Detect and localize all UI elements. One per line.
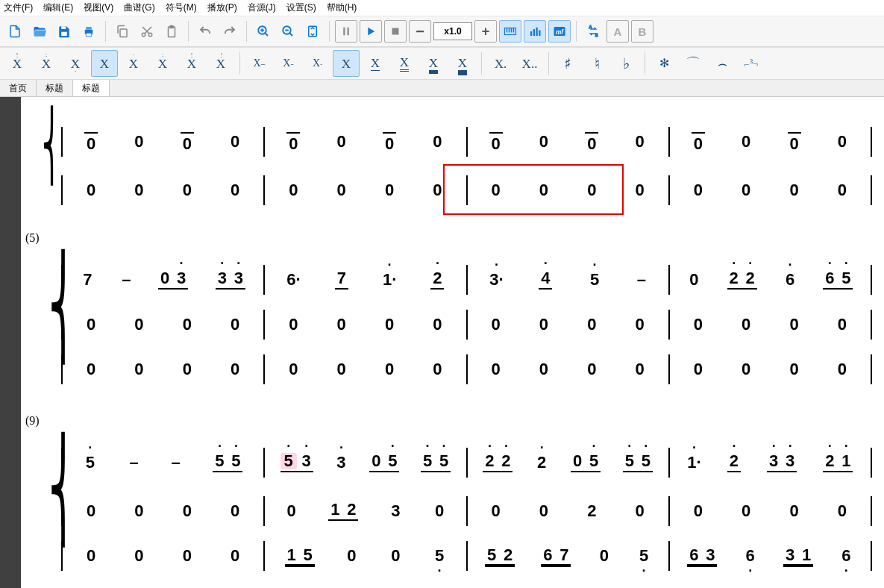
- beat-5[interactable]: X: [362, 50, 389, 77]
- beat-7[interactable]: X: [420, 50, 447, 77]
- zoom-out-button[interactable]: [277, 20, 299, 43]
- open-file-button[interactable]: [28, 20, 51, 43]
- fit-page-button[interactable]: [301, 20, 324, 43]
- note-dur-6[interactable]: :X: [149, 50, 176, 77]
- beat-8[interactable]: X: [449, 50, 476, 77]
- svg-rect-3: [86, 27, 92, 30]
- menu-play[interactable]: 播放(P): [207, 1, 237, 14]
- pause-button[interactable]: [335, 20, 357, 43]
- beat-2[interactable]: X--: [275, 50, 301, 77]
- tempo-down-button[interactable]: −: [409, 20, 431, 43]
- menu-view[interactable]: 视图(V): [84, 1, 113, 14]
- cut-button[interactable]: [136, 20, 158, 43]
- note-dur-4[interactable]: X: [91, 50, 118, 77]
- ornament-button[interactable]: ✻: [651, 50, 677, 77]
- natural-button[interactable]: ♮: [583, 50, 610, 77]
- menu-file[interactable]: 文件(F): [4, 1, 33, 14]
- main-toolbar: − x1.0 + mf AB A B: [0, 16, 884, 47]
- tempo-up-button[interactable]: +: [474, 20, 497, 43]
- tab-title-1[interactable]: 标题: [37, 80, 73, 96]
- cursor-note[interactable]: ·5: [280, 453, 297, 469]
- tab-home[interactable]: 首页: [0, 80, 37, 96]
- zoom-in-button[interactable]: [252, 20, 275, 43]
- paste-button[interactable]: [160, 20, 183, 43]
- ab-swap-button[interactable]: AB: [582, 20, 604, 43]
- menu-audio[interactable]: 音源(J): [248, 1, 276, 14]
- mf-panel-button[interactable]: mf: [548, 20, 571, 43]
- left-gutter: [0, 97, 21, 588]
- menu-bar: 文件(F) 编辑(E) 视图(V) 曲谱(G) 符号(M) 播放(P) 音源(J…: [0, 0, 884, 16]
- measure-number-9: (9): [25, 414, 40, 428]
- note-dur-5[interactable]: ·X: [120, 50, 147, 77]
- svg-rect-14: [348, 28, 349, 36]
- note-dur-2[interactable]: X:: [33, 50, 60, 77]
- svg-rect-15: [392, 28, 399, 35]
- beat-6[interactable]: X: [391, 50, 418, 77]
- tempo-display[interactable]: x1.0: [433, 22, 472, 40]
- svg-rect-20: [539, 31, 540, 37]
- mixer-panel-button[interactable]: [524, 20, 546, 43]
- beat-1[interactable]: X---: [245, 50, 272, 77]
- flat-button[interactable]: ♭: [612, 50, 639, 77]
- dotted-1[interactable]: X.: [487, 50, 514, 77]
- marker-b-button[interactable]: B: [631, 20, 653, 43]
- svg-text:A: A: [589, 25, 592, 29]
- beat-4[interactable]: X: [333, 50, 360, 77]
- note-dur-7[interactable]: ⋮X: [178, 50, 205, 77]
- svg-rect-17: [530, 31, 532, 36]
- tie-button[interactable]: ⌒: [680, 50, 706, 77]
- svg-rect-1: [61, 32, 67, 36]
- sharp-button[interactable]: ♯: [554, 50, 581, 77]
- note-dur-1[interactable]: X⋮: [4, 50, 31, 77]
- slur-button[interactable]: ⌢: [709, 50, 736, 77]
- notation-toolbar: X⋮ X: X. X ·X :X ⋮X ⋮X X--- X-- X- X X X…: [0, 47, 884, 80]
- new-file-button[interactable]: [4, 20, 26, 43]
- workspace: ⎨ 0000 0000 0000 0000 0000 0000 0000 000…: [0, 97, 884, 588]
- svg-rect-0: [61, 26, 66, 29]
- undo-button[interactable]: [194, 20, 216, 43]
- menu-settings[interactable]: 设置(S): [286, 1, 316, 14]
- tuplet-button[interactable]: ⌐3¬: [738, 50, 765, 77]
- dotted-2[interactable]: X..: [516, 50, 543, 77]
- marker-a-button[interactable]: A: [606, 20, 629, 43]
- sheet-canvas[interactable]: ⎨ 0000 0000 0000 0000 0000 0000 0000 000…: [21, 97, 884, 588]
- document-tabs: 首页 标题 标题: [0, 80, 884, 97]
- svg-rect-13: [343, 28, 345, 36]
- menu-score[interactable]: 曲谱(G): [124, 1, 154, 14]
- menu-edit[interactable]: 编辑(E): [43, 1, 73, 14]
- svg-rect-5: [120, 29, 127, 37]
- menu-help[interactable]: 帮助(H): [327, 1, 357, 14]
- svg-rect-4: [86, 33, 92, 37]
- measure-number-5: (5): [25, 231, 40, 245]
- svg-rect-9: [170, 26, 174, 28]
- print-button[interactable]: [78, 20, 100, 43]
- copy-button[interactable]: [111, 20, 134, 43]
- stop-button[interactable]: [384, 20, 407, 43]
- svg-rect-19: [536, 28, 538, 36]
- svg-text:mf: mf: [556, 29, 564, 36]
- svg-rect-18: [533, 29, 535, 36]
- save-button[interactable]: [53, 20, 75, 43]
- redo-button[interactable]: [219, 20, 241, 43]
- keyboard-panel-button[interactable]: [499, 20, 521, 43]
- note-dur-3[interactable]: X.: [62, 50, 89, 77]
- tab-title-2[interactable]: 标题: [73, 80, 110, 96]
- note-dur-8[interactable]: ⋮X: [207, 50, 234, 77]
- play-button[interactable]: [360, 20, 382, 43]
- svg-text:B: B: [595, 33, 598, 37]
- menu-symbol[interactable]: 符号(M): [166, 1, 197, 14]
- beat-3[interactable]: X-: [304, 50, 330, 77]
